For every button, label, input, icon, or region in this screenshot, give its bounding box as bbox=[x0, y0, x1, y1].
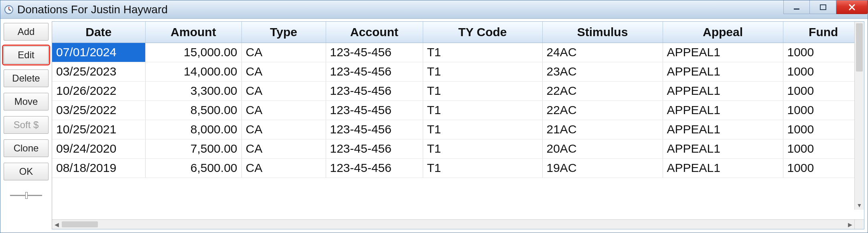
cell-tycode[interactable]: T1 bbox=[423, 62, 542, 81]
svg-rect-3 bbox=[794, 8, 799, 10]
scroll-left-icon[interactable]: ◀ bbox=[52, 220, 61, 229]
cell-tycode[interactable]: T1 bbox=[423, 100, 542, 120]
table-row[interactable]: 10/25/20218,000.00CA123-45-456T121ACAPPE… bbox=[52, 120, 864, 139]
cell-fund[interactable]: 1000 bbox=[783, 62, 864, 81]
scroll-down-icon[interactable]: ▼ bbox=[855, 201, 864, 210]
cell-account[interactable]: 123-45-456 bbox=[326, 43, 423, 62]
cell-appeal[interactable]: APPEAL1 bbox=[663, 43, 783, 62]
cell-account[interactable]: 123-45-456 bbox=[326, 120, 423, 139]
cell-date[interactable]: 03/25/2023 bbox=[52, 62, 145, 81]
ok-button[interactable]: OK bbox=[4, 163, 49, 180]
cell-stimulus[interactable]: 24AC bbox=[542, 43, 663, 62]
table-row[interactable]: 09/24/20207,500.00CA123-45-456T120ACAPPE… bbox=[52, 139, 864, 158]
table-body: 07/01/202415,000.00CA123-45-456T124ACAPP… bbox=[52, 43, 864, 178]
clone-button[interactable]: Clone bbox=[4, 139, 49, 157]
cell-date[interactable]: 10/25/2021 bbox=[52, 120, 145, 139]
cell-date[interactable]: 07/01/2024 bbox=[52, 43, 145, 62]
cell-account[interactable]: 123-45-456 bbox=[326, 100, 423, 120]
cell-stimulus[interactable]: 22AC bbox=[542, 100, 663, 120]
delete-button[interactable]: Delete bbox=[4, 69, 49, 87]
cell-amount[interactable]: 7,500.00 bbox=[145, 139, 241, 158]
cell-amount[interactable]: 8,500.00 bbox=[145, 100, 241, 120]
cell-fund[interactable]: 1000 bbox=[783, 120, 864, 139]
col-header-account[interactable]: Account bbox=[326, 22, 423, 43]
cell-type[interactable]: CA bbox=[241, 43, 326, 62]
cell-fund[interactable]: 1000 bbox=[783, 81, 864, 100]
minimize-button[interactable] bbox=[783, 0, 810, 14]
close-button[interactable] bbox=[836, 0, 868, 14]
table-row[interactable]: 10/26/20223,300.00CA123-45-456T122ACAPPE… bbox=[52, 81, 864, 100]
table-row[interactable]: 03/25/202314,000.00CA123-45-456T123ACAPP… bbox=[52, 62, 864, 81]
cell-tycode[interactable]: T1 bbox=[423, 139, 542, 158]
grid-viewport: Date Amount Type Account TY Code Stimulu… bbox=[52, 22, 864, 219]
cell-account[interactable]: 123-45-456 bbox=[326, 81, 423, 100]
cell-tycode[interactable]: T1 bbox=[423, 81, 542, 100]
table-row[interactable]: 08/18/20196,500.00CA123-45-456T119ACAPPE… bbox=[52, 158, 864, 178]
cell-type[interactable]: CA bbox=[241, 120, 326, 139]
table-row[interactable]: 07/01/202415,000.00CA123-45-456T124ACAPP… bbox=[52, 43, 864, 62]
table-header-row: Date Amount Type Account TY Code Stimulu… bbox=[52, 22, 864, 43]
soft-dollar-button[interactable]: Soft $ bbox=[4, 116, 49, 134]
app-icon bbox=[4, 4, 14, 15]
cell-appeal[interactable]: APPEAL1 bbox=[663, 120, 783, 139]
col-header-amount[interactable]: Amount bbox=[145, 22, 241, 43]
horizontal-scroll-thumb[interactable] bbox=[62, 221, 98, 227]
cell-stimulus[interactable]: 21AC bbox=[542, 120, 663, 139]
col-header-fund[interactable]: Fund bbox=[783, 22, 864, 43]
cell-date[interactable]: 03/25/2022 bbox=[52, 100, 145, 120]
cell-type[interactable]: CA bbox=[241, 139, 326, 158]
cell-amount[interactable]: 6,500.00 bbox=[145, 158, 241, 178]
vertical-scroll-thumb[interactable] bbox=[856, 23, 863, 72]
cell-date[interactable]: 08/18/2019 bbox=[52, 158, 145, 178]
cell-date[interactable]: 09/24/2020 bbox=[52, 139, 145, 158]
cell-appeal[interactable]: APPEAL1 bbox=[663, 62, 783, 81]
cell-appeal[interactable]: APPEAL1 bbox=[663, 158, 783, 178]
col-header-appeal[interactable]: Appeal bbox=[663, 22, 783, 43]
cell-tycode[interactable]: T1 bbox=[423, 43, 542, 62]
window-body: Add Edit Delete Move Soft $ Clone OK bbox=[0, 19, 868, 233]
cell-amount[interactable]: 3,300.00 bbox=[145, 81, 241, 100]
window-frame: Donations For Justin Hayward Add Edit De… bbox=[0, 0, 868, 233]
cell-fund[interactable]: 1000 bbox=[783, 158, 864, 178]
col-header-date[interactable]: Date bbox=[52, 22, 145, 43]
edit-button[interactable]: Edit bbox=[4, 46, 49, 64]
table-row[interactable]: 03/25/20228,500.00CA123-45-456T122ACAPPE… bbox=[52, 100, 864, 120]
col-header-tycode[interactable]: TY Code bbox=[423, 22, 542, 43]
cell-date[interactable]: 10/26/2022 bbox=[52, 81, 145, 100]
cell-account[interactable]: 123-45-456 bbox=[326, 139, 423, 158]
cell-tycode[interactable]: T1 bbox=[423, 158, 542, 178]
cell-amount[interactable]: 14,000.00 bbox=[145, 62, 241, 81]
cell-appeal[interactable]: APPEAL1 bbox=[663, 100, 783, 120]
cell-fund[interactable]: 1000 bbox=[783, 100, 864, 120]
cell-type[interactable]: CA bbox=[241, 100, 326, 120]
cell-fund[interactable]: 1000 bbox=[783, 139, 864, 158]
col-header-type[interactable]: Type bbox=[241, 22, 326, 43]
scrollbar-corner bbox=[854, 220, 864, 229]
cell-tycode[interactable]: T1 bbox=[423, 120, 542, 139]
cell-stimulus[interactable]: 22AC bbox=[542, 81, 663, 100]
cell-appeal[interactable]: APPEAL1 bbox=[663, 139, 783, 158]
cell-account[interactable]: 123-45-456 bbox=[326, 62, 423, 81]
move-button[interactable]: Move bbox=[4, 93, 49, 110]
col-header-stimulus[interactable]: Stimulus bbox=[542, 22, 663, 43]
cell-amount[interactable]: 8,000.00 bbox=[145, 120, 241, 139]
cell-stimulus[interactable]: 23AC bbox=[542, 62, 663, 81]
donations-table: Date Amount Type Account TY Code Stimulu… bbox=[52, 22, 864, 178]
add-button[interactable]: Add bbox=[4, 23, 49, 41]
cell-appeal[interactable]: APPEAL1 bbox=[663, 81, 783, 100]
cell-stimulus[interactable]: 19AC bbox=[542, 158, 663, 178]
zoom-slider[interactable] bbox=[4, 188, 49, 202]
horizontal-scrollbar[interactable]: ◀ ▶ bbox=[52, 219, 864, 229]
vertical-scrollbar[interactable]: ▲ ▼ bbox=[854, 22, 864, 210]
cell-amount[interactable]: 15,000.00 bbox=[145, 43, 241, 62]
cell-type[interactable]: CA bbox=[241, 62, 326, 81]
maximize-button[interactable] bbox=[810, 0, 836, 14]
sidebar: Add Edit Delete Move Soft $ Clone OK bbox=[4, 21, 49, 229]
cell-account[interactable]: 123-45-456 bbox=[326, 158, 423, 178]
cell-type[interactable]: CA bbox=[241, 81, 326, 100]
cell-fund[interactable]: 1000 bbox=[783, 43, 864, 62]
scroll-right-icon[interactable]: ▶ bbox=[846, 220, 854, 229]
cell-stimulus[interactable]: 20AC bbox=[542, 139, 663, 158]
cell-type[interactable]: CA bbox=[241, 158, 326, 178]
grid-container: Date Amount Type Account TY Code Stimulu… bbox=[52, 21, 864, 229]
